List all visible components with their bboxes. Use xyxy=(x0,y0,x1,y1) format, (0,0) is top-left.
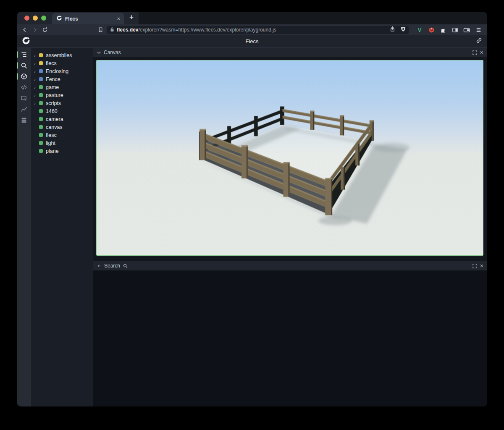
expand-arrow-icon[interactable]: › xyxy=(34,77,39,82)
sidebar-toggle-icon[interactable] xyxy=(451,26,459,33)
flecs-explorer-app: Flecs xyxy=(17,35,487,406)
tree-row[interactable]: › scripts xyxy=(31,99,93,107)
entity-label: camera xyxy=(46,116,63,122)
tab-title: Flecs xyxy=(65,16,113,22)
brave-shield-icon[interactable] xyxy=(401,26,406,34)
leaf-connector xyxy=(34,119,39,119)
entity-label: light xyxy=(46,140,55,146)
close-icon[interactable]: × xyxy=(480,50,483,55)
menu-icon[interactable] xyxy=(475,26,482,33)
entity-kind-swatch xyxy=(39,101,43,105)
search-panel-header[interactable]: Search × xyxy=(93,261,487,270)
vue-devtools-icon[interactable]: V xyxy=(416,26,423,33)
entity-label: 1460 xyxy=(46,108,58,114)
minimize-window-button[interactable] xyxy=(33,16,38,21)
browser-window: Flecs × + flecs.dev/explorer/?wasm=https… xyxy=(17,12,487,406)
app-header: Flecs xyxy=(17,35,487,48)
tree-row[interactable]: › assemblies xyxy=(31,51,93,59)
tree-row[interactable]: › game xyxy=(31,83,93,91)
active-indicator xyxy=(17,51,18,58)
chevron-down-icon[interactable] xyxy=(97,51,101,54)
tab-close-icon[interactable]: × xyxy=(116,16,121,21)
tree-row[interactable]: › Fence xyxy=(31,75,93,83)
link-icon[interactable] xyxy=(476,37,482,45)
tables-icon[interactable] xyxy=(17,117,31,123)
canvas-3d-viewport[interactable] xyxy=(96,60,483,256)
tree-row[interactable]: › flecs xyxy=(31,59,93,67)
tree-row[interactable]: camera xyxy=(31,115,93,123)
entity-label: plane xyxy=(46,148,59,154)
magnifier-icon xyxy=(123,264,128,268)
lock-icon xyxy=(110,26,114,34)
fullscreen-icon[interactable] xyxy=(472,50,477,55)
bookmark-icon[interactable] xyxy=(97,26,104,33)
app-body: › assemblies › flecs › Enclosing xyxy=(17,48,487,406)
expand-arrow-icon[interactable]: › xyxy=(34,93,39,98)
url-bar[interactable]: flecs.dev/explorer/?wasm=https://www.fle… xyxy=(107,26,409,34)
fence-scene xyxy=(97,60,483,255)
entity-kind-swatch xyxy=(39,117,43,121)
entity-label: flecs xyxy=(46,60,57,66)
zoom-window-button[interactable] xyxy=(41,16,46,21)
search-panel-body xyxy=(93,270,487,406)
browser-tab[interactable]: Flecs × xyxy=(52,13,124,24)
extension-red-icon[interactable] xyxy=(428,26,435,33)
entity-label: canvas xyxy=(46,124,63,130)
leaf-connector xyxy=(34,151,39,151)
main-area: Canvas × xyxy=(93,48,487,406)
panel-bullet-icon[interactable] xyxy=(98,265,100,267)
inspector-icon[interactable] xyxy=(17,95,31,102)
tree-row[interactable]: 1460 xyxy=(31,107,93,115)
entity-kind-swatch xyxy=(39,133,43,137)
new-tab-button[interactable]: + xyxy=(124,12,139,24)
tab-bar: Flecs × + xyxy=(17,12,487,24)
canvas-panel-title: Canvas xyxy=(104,50,121,55)
stats-chart-icon[interactable] xyxy=(17,106,31,113)
leaf-connector xyxy=(34,135,39,135)
tree-row[interactable]: plane xyxy=(31,147,93,155)
entity-label: assemblies xyxy=(46,52,72,58)
close-icon[interactable]: × xyxy=(480,263,483,269)
wallet-icon[interactable] xyxy=(463,26,470,33)
entity-kind-swatch xyxy=(39,149,43,153)
forward-icon[interactable] xyxy=(31,26,39,33)
flecs-favicon xyxy=(56,15,62,23)
entity-label: Enclosing xyxy=(46,68,68,74)
browser-toolbar: flecs.dev/explorer/?wasm=https://www.fle… xyxy=(17,24,487,35)
entity-label: pasture xyxy=(46,92,63,98)
tree-view-icon[interactable] xyxy=(17,51,31,58)
query-search-icon[interactable] xyxy=(17,62,31,69)
expand-arrow-icon[interactable]: › xyxy=(34,53,39,58)
tab-strip-empty xyxy=(139,12,487,24)
fullscreen-icon[interactable] xyxy=(472,264,477,268)
expand-arrow-icon[interactable]: › xyxy=(34,85,39,90)
tree-row[interactable]: › pasture xyxy=(31,91,93,99)
entity-kind-swatch xyxy=(39,141,43,145)
entity-kind-swatch xyxy=(39,69,43,73)
canvas-cube-icon[interactable] xyxy=(17,73,31,80)
tree-row[interactable]: light xyxy=(31,139,93,147)
close-window-button[interactable] xyxy=(24,16,29,21)
expand-arrow-icon[interactable]: › xyxy=(34,69,39,74)
icon-rail xyxy=(17,48,31,406)
entity-kind-swatch xyxy=(39,85,43,89)
entity-label: game xyxy=(46,84,59,90)
share-icon[interactable] xyxy=(390,26,395,34)
entity-kind-swatch xyxy=(39,93,43,97)
canvas-panel-header[interactable]: Canvas × xyxy=(93,48,487,57)
tree-row[interactable]: flesc xyxy=(31,131,93,139)
extensions-puzzle-icon[interactable] xyxy=(439,26,447,33)
entity-kind-swatch xyxy=(39,53,43,57)
traffic-lights xyxy=(17,12,52,24)
leaf-connector xyxy=(34,127,39,127)
expand-arrow-icon[interactable]: › xyxy=(34,61,39,66)
code-icon[interactable] xyxy=(17,84,31,91)
expand-arrow-icon[interactable]: › xyxy=(34,101,39,106)
tree-row[interactable]: canvas xyxy=(31,123,93,131)
url-host: flecs.dev xyxy=(117,27,138,33)
tree-row[interactable]: › Enclosing xyxy=(31,67,93,75)
url-text: flecs.dev/explorer/?wasm=https://www.fle… xyxy=(117,27,387,33)
back-icon[interactable] xyxy=(21,26,29,33)
url-path: /explorer/?wasm=https://www.flecs.dev/ex… xyxy=(138,27,276,33)
reload-icon[interactable] xyxy=(41,26,49,33)
